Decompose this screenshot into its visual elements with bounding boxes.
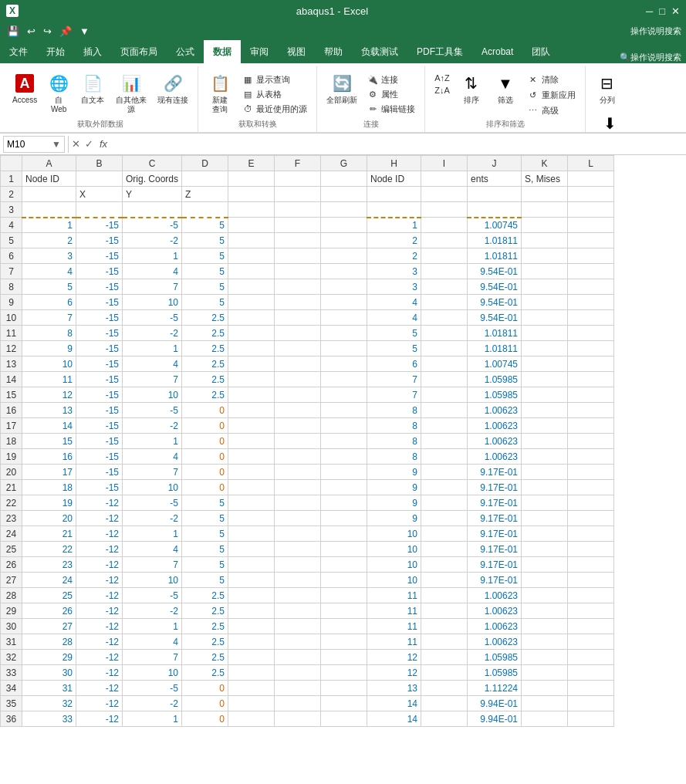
cell-13g[interactable] xyxy=(321,357,367,372)
cell-8i[interactable] xyxy=(421,279,468,295)
cell-22b[interactable]: -12 xyxy=(76,495,123,511)
cell-8d[interactable]: 5 xyxy=(182,279,228,295)
cell-16l[interactable] xyxy=(568,403,614,418)
cell-15f[interactable] xyxy=(275,387,321,403)
cell-29j[interactable]: 1.00623 xyxy=(468,603,522,619)
cell-19i[interactable] xyxy=(421,449,468,465)
cell-8b[interactable]: -15 xyxy=(76,279,123,295)
cell-35j[interactable]: 9.94E-01 xyxy=(468,696,522,711)
cell-19e[interactable] xyxy=(228,449,275,465)
cell-31a[interactable]: 28 xyxy=(22,634,76,650)
cell-10l[interactable] xyxy=(568,310,614,326)
cell-34b[interactable]: -12 xyxy=(76,681,123,696)
cell-16g[interactable] xyxy=(321,403,367,418)
tab-load-test[interactable]: 负载测试 xyxy=(352,40,407,63)
cell-10d[interactable]: 2.5 xyxy=(182,310,228,326)
cell-36h[interactable]: 14 xyxy=(367,711,421,727)
cell-13i[interactable] xyxy=(421,357,468,372)
sort-button[interactable]: ⇅ 排序 xyxy=(456,69,487,106)
cell-20k[interactable] xyxy=(522,465,568,480)
cell-6a[interactable]: 3 xyxy=(22,248,76,264)
cell-8e[interactable] xyxy=(228,279,275,295)
advanced-button[interactable]: ⋯ 高级 xyxy=(524,103,579,117)
cell-21k[interactable] xyxy=(522,480,568,495)
cell-5b[interactable]: -15 xyxy=(76,233,123,248)
cell-25c[interactable]: 4 xyxy=(123,542,182,557)
col-header-f[interactable]: F xyxy=(275,156,321,171)
tab-insert[interactable]: 插入 xyxy=(74,40,111,63)
cell-5g[interactable] xyxy=(321,233,367,248)
cell-26k[interactable] xyxy=(522,557,568,573)
cell-14d[interactable]: 2.5 xyxy=(182,372,228,387)
cell-14l[interactable] xyxy=(568,372,614,387)
cell-1d[interactable] xyxy=(182,171,228,187)
cell-15e[interactable] xyxy=(228,387,275,403)
cell-9j[interactable]: 9.54E-01 xyxy=(468,295,522,310)
cell-5i[interactable] xyxy=(421,233,468,248)
tab-acrobat[interactable]: Acrobat xyxy=(472,40,522,63)
cell-35i[interactable] xyxy=(421,696,468,711)
cell-17d[interactable]: 0 xyxy=(182,418,228,434)
cell-26e[interactable] xyxy=(228,557,275,573)
cell-27a[interactable]: 24 xyxy=(22,573,76,588)
show-query-button[interactable]: ▦ 显示查询 xyxy=(238,73,310,86)
cell-18g[interactable] xyxy=(321,434,367,449)
cell-15l[interactable] xyxy=(568,387,614,403)
dropdown-arrow[interactable]: ▼ xyxy=(52,139,61,150)
cell-4b[interactable]: -15 xyxy=(76,218,123,233)
cell-29l[interactable] xyxy=(568,603,614,619)
cell-30f[interactable] xyxy=(275,619,321,634)
cell-33c[interactable]: 10 xyxy=(123,665,182,681)
cell-14a[interactable]: 11 xyxy=(22,372,76,387)
cell-2e[interactable] xyxy=(228,187,275,202)
save-button[interactable]: 💾 xyxy=(5,25,22,38)
cell-33h[interactable]: 12 xyxy=(367,665,421,681)
cell-7k[interactable] xyxy=(522,264,568,279)
cell-5c[interactable]: -2 xyxy=(123,233,182,248)
cell-1c[interactable]: Orig. Coords xyxy=(123,171,182,187)
cell-10g[interactable] xyxy=(321,310,367,326)
cell-32j[interactable]: 1.05985 xyxy=(468,650,522,665)
cell-8h[interactable]: 3 xyxy=(367,279,421,295)
cell-23h[interactable]: 9 xyxy=(367,511,421,526)
cell-23d[interactable]: 5 xyxy=(182,511,228,526)
cell-29e[interactable] xyxy=(228,603,275,619)
cell-27c[interactable]: 10 xyxy=(123,573,182,588)
cell-13l[interactable] xyxy=(568,357,614,372)
cell-35f[interactable] xyxy=(275,696,321,711)
cell-11c[interactable]: -2 xyxy=(123,326,182,341)
cell-26b[interactable]: -12 xyxy=(76,557,123,573)
col-header-g[interactable]: G xyxy=(321,156,367,171)
cell-14i[interactable] xyxy=(421,372,468,387)
tab-view[interactable]: 视图 xyxy=(278,40,315,63)
cell-2a[interactable] xyxy=(22,187,76,202)
cell-13b[interactable]: -15 xyxy=(76,357,123,372)
cell-25d[interactable]: 5 xyxy=(182,542,228,557)
cell-32f[interactable] xyxy=(275,650,321,665)
cell-7f[interactable] xyxy=(275,264,321,279)
cell-21b[interactable]: -15 xyxy=(76,480,123,495)
tab-team[interactable]: 团队 xyxy=(522,40,559,63)
cell-7i[interactable] xyxy=(421,264,468,279)
cell-1k[interactable]: S, Mises xyxy=(522,171,568,187)
cell-29a[interactable]: 26 xyxy=(22,603,76,619)
properties-button[interactable]: ⚙ 属性 xyxy=(363,87,418,101)
cell-1a[interactable]: Node ID xyxy=(22,171,76,187)
cell-35b[interactable]: -12 xyxy=(76,696,123,711)
cell-27h[interactable]: 10 xyxy=(367,573,421,588)
cell-31e[interactable] xyxy=(228,634,275,650)
cell-11j[interactable]: 1.01811 xyxy=(468,326,522,341)
cell-17c[interactable]: -2 xyxy=(123,418,182,434)
cell-20b[interactable]: -15 xyxy=(76,465,123,480)
cell-3h[interactable] xyxy=(367,202,421,218)
cell-1e[interactable] xyxy=(228,171,275,187)
cell-13e[interactable] xyxy=(228,357,275,372)
cell-33j[interactable]: 1.05985 xyxy=(468,665,522,681)
cell-28d[interactable]: 2.5 xyxy=(182,588,228,603)
cell-6e[interactable] xyxy=(228,248,275,264)
cell-33k[interactable] xyxy=(522,665,568,681)
cell-2l[interactable] xyxy=(568,187,614,202)
cell-3b[interactable] xyxy=(76,202,123,218)
cell-30i[interactable] xyxy=(421,619,468,634)
cell-29c[interactable]: -2 xyxy=(123,603,182,619)
